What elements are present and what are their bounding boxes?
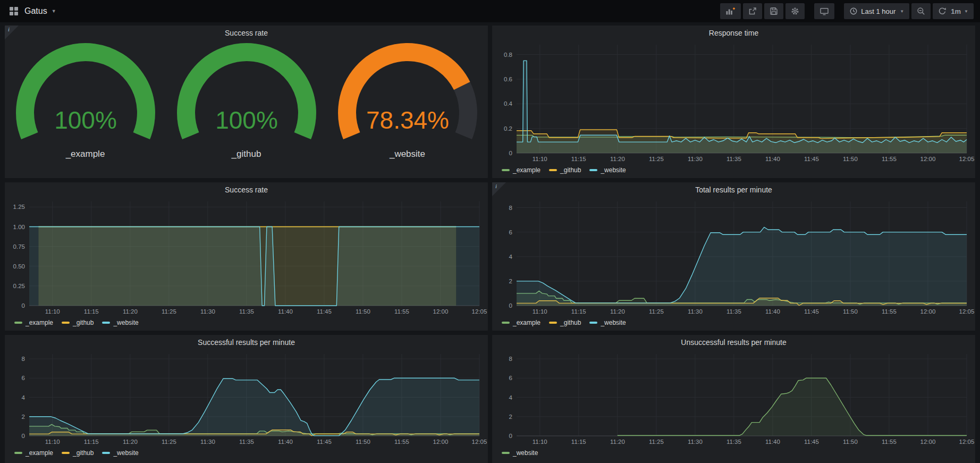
y-axis-tick-label: 0 — [509, 302, 512, 309]
x-axis-tick-label: 12:05 — [472, 308, 487, 315]
gauge-label: _github — [232, 149, 261, 159]
y-axis-tick-label: 0.8 — [504, 52, 512, 58]
panel-info-corner[interactable]: i — [492, 182, 506, 196]
legend-item-_example[interactable]: _example — [502, 166, 540, 174]
x-axis-tick-label: 11:10 — [45, 439, 60, 445]
dashboard-caret-down-icon[interactable]: ▼ — [52, 9, 56, 14]
panel-title[interactable]: Unsuccessful results per minute — [492, 335, 975, 349]
add-panel-button[interactable] — [720, 3, 741, 19]
total-results-chart[interactable]: 11:1011:1511:2011:2511:3011:3511:4011:45… — [492, 196, 975, 317]
x-axis-tick-label: 11:50 — [843, 439, 858, 445]
gauge-arc-_github: 100% — [175, 43, 318, 147]
legend-item-_example[interactable]: _example — [502, 319, 540, 326]
y-axis-tick-label: 4 — [509, 254, 513, 260]
x-axis-tick-label: 11:20 — [610, 439, 625, 445]
panel-success-rate-gauges: i Success rate 100%_example100%_github78… — [5, 26, 488, 178]
panel-total-results: i Total results per minute 11:1011:1511:… — [492, 182, 975, 331]
chart-legend: _website — [492, 447, 975, 459]
legend-item-_example[interactable]: _example — [14, 319, 53, 326]
panel-title[interactable]: Response time — [492, 26, 975, 39]
x-axis-tick-label: 12:05 — [959, 156, 975, 162]
gauge-value: 100% — [54, 106, 117, 134]
zoom-out-button[interactable] — [911, 3, 931, 19]
navbar: Gatus ▼ — [0, 0, 980, 22]
x-axis-tick-label: 11:55 — [882, 156, 897, 162]
unsuccessful-results-plot[interactable]: 11:1011:1511:2011:2511:3011:3511:4011:45… — [492, 349, 975, 447]
save-button[interactable] — [764, 3, 783, 19]
successful-results-chart[interactable]: 11:1011:1511:2011:2511:3011:3511:4011:45… — [5, 349, 488, 447]
legend-item-_website[interactable]: _website — [502, 449, 538, 457]
panel-title[interactable]: Success rate — [5, 182, 488, 196]
y-axis-tick-label: 0 — [22, 433, 25, 439]
x-axis-tick-label: 11:30 — [200, 308, 215, 315]
x-axis-tick-label: 11:25 — [649, 308, 664, 315]
x-axis-tick-label: 12:05 — [959, 439, 975, 445]
x-axis-tick-label: 11:45 — [317, 308, 332, 315]
legend-item-_github[interactable]: _github — [62, 449, 94, 457]
add-panel-icon — [725, 7, 736, 15]
x-axis-tick-label: 11:20 — [123, 439, 138, 445]
legend-item-_website[interactable]: _website — [589, 166, 626, 174]
unsuccessful-results-chart[interactable]: 11:1011:1511:2011:2511:3011:3511:4011:45… — [492, 349, 975, 447]
panel-unsuccessful-results: Unsuccessful results per minute 11:1011:… — [492, 335, 975, 463]
total-results-plot[interactable]: 11:1011:1511:2011:2511:3011:3511:4011:45… — [492, 196, 975, 317]
x-axis-tick-label: 11:45 — [804, 439, 819, 445]
x-axis-tick-label: 12:00 — [920, 156, 936, 162]
zoom-out-icon — [917, 7, 925, 15]
chart-legend: _example_github_website — [5, 447, 488, 459]
x-axis-tick-label: 11:40 — [765, 156, 780, 162]
refresh-picker[interactable]: 1m ▼ — [933, 3, 974, 19]
legend-item-_github[interactable]: _github — [549, 319, 581, 326]
legend-label: _website — [113, 449, 138, 457]
legend-color-dash — [14, 452, 22, 454]
x-axis-tick-label: 11:35 — [239, 439, 254, 445]
panel-title[interactable]: Successful results per minute — [5, 335, 488, 349]
time-range-picker[interactable]: Last 1 hour ▼ — [844, 3, 909, 19]
legend-label: _example — [26, 449, 53, 457]
x-axis-tick-label: 11:10 — [45, 308, 60, 315]
panel-info-corner[interactable]: i — [5, 26, 19, 39]
legend-color-dash — [14, 322, 22, 324]
legend-label: _github — [560, 319, 581, 326]
legend-item-_github[interactable]: _github — [549, 166, 581, 174]
dashboard-title[interactable]: Gatus — [24, 6, 47, 16]
y-axis-tick-label: 8 — [509, 356, 512, 362]
successful-results-plot[interactable]: 11:1011:1511:2011:2511:3011:3511:4011:45… — [5, 349, 488, 447]
x-axis-tick-label: 12:05 — [959, 308, 975, 315]
legend-item-_example[interactable]: _example — [14, 449, 53, 457]
dashboard-grid: i Success rate 100%_example100%_github78… — [0, 22, 980, 463]
success-rate-chart[interactable]: 11:1011:1511:2011:2511:3011:3511:4011:45… — [5, 196, 488, 317]
success-rate-plot[interactable]: 11:1011:1511:2011:2511:3011:3511:4011:45… — [5, 196, 488, 317]
legend-label: _website — [601, 319, 626, 326]
x-axis-tick-label: 11:30 — [200, 439, 215, 445]
refresh-caret-icon: ▼ — [964, 9, 968, 14]
x-axis-tick-label: 11:10 — [533, 156, 547, 162]
legend-color-dash — [102, 452, 110, 454]
series-area-_website — [29, 378, 479, 436]
cycle-view-button[interactable] — [814, 3, 834, 19]
legend-item-_website[interactable]: _website — [102, 449, 138, 457]
grafana-menu-icon[interactable] — [10, 7, 18, 15]
y-axis-tick-label: 0.75 — [13, 243, 25, 250]
x-axis-tick-label: 11:20 — [123, 308, 138, 315]
y-axis-tick-label: 0.50 — [13, 263, 25, 270]
time-range-caret-icon: ▼ — [900, 9, 904, 14]
x-axis-tick-label: 11:25 — [162, 439, 176, 445]
response-time-chart[interactable]: 11:1011:1511:2011:2511:3011:3511:4011:45… — [492, 39, 975, 164]
share-button[interactable] — [743, 3, 762, 19]
x-axis-tick-label: 12:00 — [920, 308, 936, 315]
x-axis-tick-label: 11:50 — [356, 308, 370, 315]
settings-button[interactable] — [785, 3, 805, 19]
save-icon — [770, 7, 778, 15]
legend-item-_github[interactable]: _github — [62, 319, 94, 326]
x-axis-tick-label: 11:15 — [571, 156, 586, 162]
legend-color-dash — [62, 452, 70, 454]
refresh-interval-label: 1m — [951, 7, 961, 15]
legend-label: _github — [73, 319, 94, 326]
response-time-plot[interactable]: 11:1011:1511:2011:2511:3011:3511:4011:45… — [492, 39, 975, 164]
panel-title[interactable]: Total results per minute — [492, 182, 975, 196]
legend-item-_website[interactable]: _website — [102, 319, 138, 326]
panel-title[interactable]: Success rate — [5, 26, 488, 39]
legend-item-_website[interactable]: _website — [589, 319, 626, 326]
x-axis-tick-label: 11:15 — [571, 308, 586, 315]
